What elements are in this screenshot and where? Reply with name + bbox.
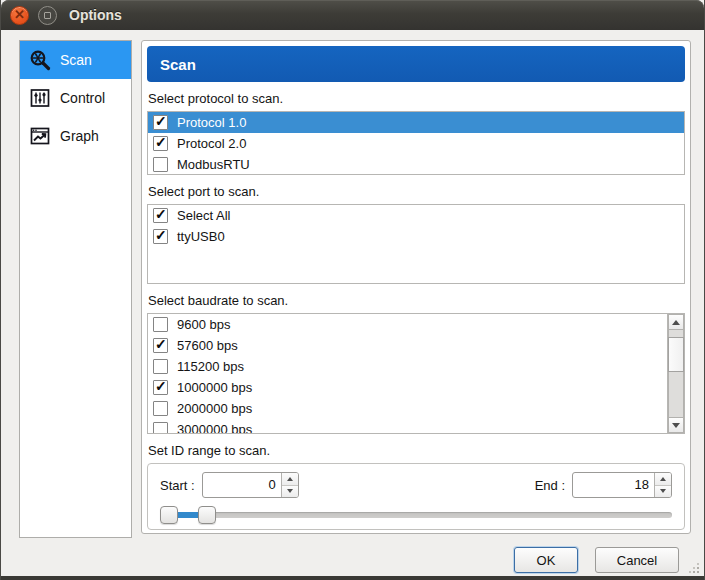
end-spin-buttons: [654, 473, 671, 497]
panel-header: Scan: [147, 46, 685, 82]
resize-grip-icon[interactable]: [689, 563, 699, 573]
checkbox-unchecked-icon[interactable]: [153, 359, 168, 374]
cancel-button[interactable]: Cancel: [595, 547, 679, 573]
start-id-spinbox[interactable]: 0: [202, 472, 299, 498]
checkbox-checked-icon[interactable]: ✓: [153, 229, 168, 244]
baudrate-label: 3000000 bps: [177, 422, 252, 434]
baudrate-label: 115200 bps: [177, 359, 244, 374]
port-label: ttyUSB0: [177, 229, 225, 244]
id-range-section-label: Set ID range to scan.: [148, 443, 684, 458]
sidebar-nav: ScanControlGraph: [19, 40, 132, 538]
scrollbar-thumb[interactable]: [668, 337, 684, 372]
baudrate-label: 1000000 bps: [177, 380, 252, 395]
arrow-down-icon: [672, 423, 680, 428]
start-id-value[interactable]: 0: [203, 473, 281, 497]
control-sliders-icon: [27, 86, 52, 111]
arrow-up-icon: [660, 477, 666, 481]
window-title: Options: [69, 7, 122, 23]
port-section-label: Select port to scan.: [148, 184, 684, 199]
protocol-row[interactable]: ✓Protocol 1.0: [148, 112, 684, 133]
port-row[interactable]: ✓Select All: [148, 205, 684, 226]
baudrate-label: 57600 bps: [177, 338, 238, 353]
port-label: Select All: [177, 208, 230, 223]
spin-down-button[interactable]: [655, 486, 671, 498]
close-button[interactable]: ✕: [10, 6, 29, 25]
panel-header-title: Scan: [160, 56, 196, 73]
scrollbar-down-button[interactable]: [668, 417, 684, 433]
protocol-label: Protocol 1.0: [177, 115, 246, 130]
options-dialog: ✕ Options ScanControlGraph Scan Select p…: [0, 0, 705, 580]
protocol-label: Protocol 2.0: [177, 136, 246, 151]
baudrate-row[interactable]: ✓57600 bps: [148, 335, 667, 356]
sidebar-item-control[interactable]: Control: [20, 79, 131, 117]
baudrate-row[interactable]: ✓1000000 bps: [148, 377, 667, 398]
arrow-up-icon: [287, 477, 293, 481]
baudrate-row[interactable]: 2000000 bps: [148, 398, 667, 419]
checkbox-checked-icon[interactable]: ✓: [153, 380, 168, 395]
arrow-down-icon: [287, 489, 293, 493]
checkbox-unchecked-icon[interactable]: [153, 317, 168, 332]
end-label: End :: [535, 478, 565, 493]
sidebar-item-scan[interactable]: Scan: [20, 41, 131, 79]
titlebar: ✕ Options: [1, 0, 704, 30]
baudrate-row[interactable]: 3000000 bps: [148, 419, 667, 434]
sidebar-item-label: Graph: [60, 128, 99, 144]
start-spin-buttons: [281, 473, 298, 497]
sidebar-item-label: Control: [60, 90, 105, 106]
spin-up-button[interactable]: [655, 473, 671, 486]
checkbox-checked-icon[interactable]: ✓: [153, 115, 168, 130]
checkbox-unchecked-icon[interactable]: [153, 157, 168, 172]
start-label: Start :: [160, 478, 195, 493]
slider-handle-start[interactable]: [160, 506, 178, 524]
scrollbar-up-button[interactable]: [668, 314, 684, 330]
end-id-spinbox[interactable]: 18: [572, 472, 672, 498]
arrow-up-icon: [672, 320, 680, 325]
spin-down-button[interactable]: [282, 486, 298, 498]
spin-up-button[interactable]: [282, 473, 298, 486]
graph-chart-icon: [27, 124, 52, 149]
square-icon: [44, 12, 51, 19]
baudrate-row[interactable]: 115200 bps: [148, 356, 667, 377]
id-range-slider[interactable]: [160, 506, 672, 524]
scrollbar-track[interactable]: [668, 330, 684, 417]
scan-magnifier-gear-icon: [27, 48, 52, 73]
scan-settings-panel: Scan Select protocol to scan. ✓Protocol …: [141, 40, 691, 534]
checkbox-checked-icon[interactable]: ✓: [153, 338, 168, 353]
port-list[interactable]: ✓Select All✓ttyUSB0: [147, 204, 685, 284]
checkbox-unchecked-icon[interactable]: [153, 401, 168, 416]
baudrate-section-label: Select baudrate to scan.: [148, 293, 684, 308]
baudrate-label: 9600 bps: [177, 317, 231, 332]
id-range-groupbox: Start : 0 End : 18: [147, 463, 685, 530]
protocol-row[interactable]: ✓Protocol 2.0: [148, 133, 684, 154]
baudrate-label: 2000000 bps: [177, 401, 252, 416]
checkbox-unchecked-icon[interactable]: [153, 422, 168, 434]
protocol-section-label: Select protocol to scan.: [148, 91, 684, 106]
slider-handle-end[interactable]: [198, 506, 216, 524]
maximize-button[interactable]: [38, 6, 57, 25]
ok-button[interactable]: OK: [514, 547, 578, 573]
baudrate-row[interactable]: 9600 bps: [148, 314, 667, 335]
checkbox-checked-icon[interactable]: ✓: [153, 136, 168, 151]
protocol-list[interactable]: ✓Protocol 1.0✓Protocol 2.0ModbusRTU: [147, 111, 685, 175]
port-row[interactable]: ✓ttyUSB0: [148, 226, 684, 247]
slider-track[interactable]: [160, 512, 672, 518]
baudrate-list[interactable]: 9600 bps✓57600 bps115200 bps✓1000000 bps…: [147, 313, 685, 434]
sidebar-item-label: Scan: [60, 52, 92, 68]
protocol-label: ModbusRTU: [177, 157, 250, 172]
close-x-icon: ✕: [14, 8, 25, 21]
end-id-value[interactable]: 18: [573, 473, 654, 497]
arrow-down-icon: [660, 489, 666, 493]
sidebar-item-graph[interactable]: Graph: [20, 117, 131, 155]
baudrate-scrollbar[interactable]: [667, 314, 684, 433]
id-range-row: Start : 0 End : 18: [160, 472, 672, 498]
checkbox-checked-icon[interactable]: ✓: [153, 208, 168, 223]
protocol-row[interactable]: ModbusRTU: [148, 154, 684, 175]
